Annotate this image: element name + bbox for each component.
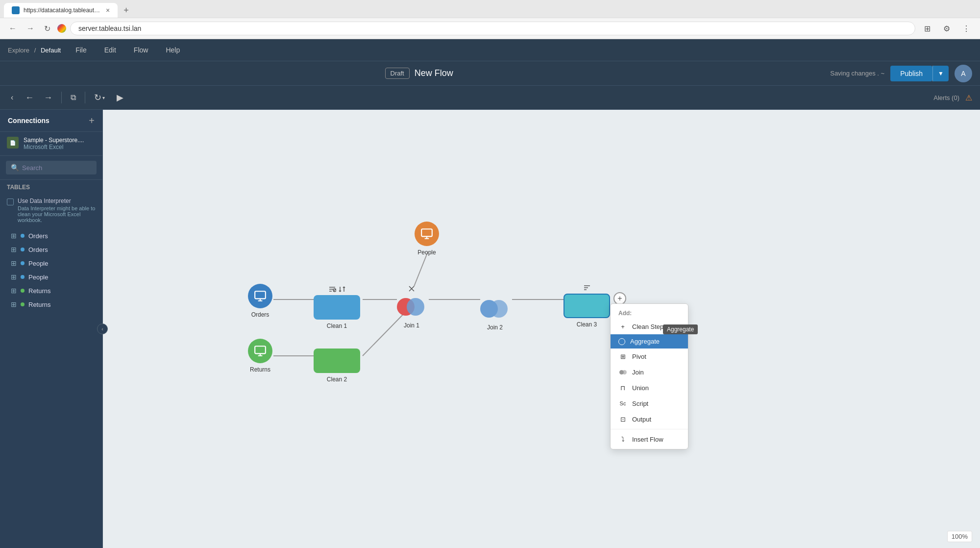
clean3-bar [564,294,610,318]
menu-item-pivot-label: Pivot [632,353,646,360]
data-interpreter: Use Data Interpreter Data Interpreter mi… [7,195,96,226]
menu-item-output[interactable]: ⊡ Output [611,411,688,427]
table-label: People [28,274,48,281]
menu-item-edit[interactable]: Edit [101,44,119,56]
flow-canvas[interactable]: People Orders Returns [103,110,980,548]
alerts-icon: ⚠ [965,93,972,102]
people-node[interactable]: People [415,222,439,256]
search-icon: 🔍 [11,164,19,172]
table-dot [21,234,24,238]
back-button[interactable]: ← [22,91,37,105]
flow-title: New Flow [415,68,453,78]
publish-dropdown-button[interactable]: ▼ [932,66,949,81]
tab-favicon [12,6,20,14]
sidebar-item-people-1[interactable]: ⊞ People [7,256,96,270]
context-menu: Add: + Clean Step Aggregate ⊞ Pivot [610,303,688,449]
connection-item[interactable]: 📄 Sample - Superstore.... Microsoft Exce… [0,132,102,156]
grid-icon: ⊞ [11,287,17,295]
browser-chrome: https://datacatalog.tableautes... × + ← … [0,0,980,39]
orders-node[interactable]: Orders [248,284,272,318]
refresh-button[interactable]: ↻ ▾ [91,90,108,105]
data-interpreter-checkbox[interactable] [7,199,14,205]
draft-badge: Draft [385,68,410,79]
copy-button[interactable]: ⧉ [68,91,79,104]
sidebar-item-people-2[interactable]: ⊞ People [7,270,96,284]
grid-icon: ⊞ [11,259,17,267]
tables-section: Tables Use Data Interpreter Data Interpr… [0,180,102,313]
menu-item-pivot[interactable]: ⊞ Pivot [611,349,688,364]
join1-icon [408,285,416,293]
connections-title: Connections [8,117,49,125]
sidebar-item-orders-1[interactable]: ⊞ Orders [7,229,96,243]
table-label: Returns [28,301,51,308]
user-avatar[interactable]: A [955,65,972,82]
script-icon: Sc [618,399,627,408]
join1-node[interactable]: Join 1 [397,285,426,329]
menu-item-join[interactable]: Join [611,364,688,380]
pivot-icon: ⊞ [618,352,627,361]
alerts-button[interactable]: Alerts (0) [933,94,959,101]
menu-item-join-label: Join [632,369,644,376]
menu-item-file[interactable]: File [73,44,90,56]
people-node-label: People [417,249,436,256]
menu-item-script[interactable]: Sc Script [611,396,688,411]
extensions-button[interactable]: ⊞ [919,21,935,36]
clean2-node[interactable]: Clean 2 [314,339,360,383]
toolbar-right: Saving changes . ~ Publish ▼ A [830,65,972,82]
browser-tab-active[interactable]: https://datacatalog.tableautes... × [4,3,118,18]
publish-button[interactable]: Publish [890,66,932,81]
menu-item-aggregate[interactable]: Aggregate [611,334,688,349]
toolbar-center: Draft New Flow [385,68,453,79]
sidebar-item-returns-2[interactable]: ⊞ Returns [7,298,96,311]
people-node-icon [415,222,439,246]
insert-flow-icon: ⤵ [618,435,627,444]
connection-type: Microsoft Excel [24,144,84,150]
search-input[interactable] [22,164,104,172]
sidebar-collapse-handle[interactable]: ‹ [97,324,108,334]
sidebar-item-returns-1[interactable]: ⊞ Returns [7,284,96,298]
menu-item-help[interactable]: Help [163,44,183,56]
tables-title: Tables [7,184,96,191]
menu-item-flow[interactable]: Flow [131,44,151,56]
forward-button[interactable]: → [41,91,55,105]
nav-forward-button[interactable]: → [24,22,37,35]
google-icon [57,24,66,33]
menu-bar: Explore / Default File Edit Flow Help [0,39,980,61]
clean1-label: Clean 1 [314,323,360,329]
clean1-node[interactable]: Clean 1 [314,285,360,329]
run-button[interactable]: ▶ [114,90,126,105]
returns-node-icon [248,339,272,363]
svg-rect-9 [255,291,266,299]
flow-toolbar: ‹ ← → ⧉ ↻ ▾ ▶ Alerts (0) ⚠ [0,85,980,110]
nav-refresh-button[interactable]: ↻ [41,22,53,35]
search-box: 🔍 [6,161,97,174]
new-tab-button[interactable]: + [120,5,133,16]
settings-button[interactable]: ⚙ [939,21,955,36]
search-area: 🔍 [0,156,102,180]
sidebar-item-orders-2[interactable]: ⊞ Orders [7,243,96,256]
join2-label: Join 2 [480,324,510,331]
more-button[interactable]: ⋮ [958,21,974,36]
table-dot [21,302,24,306]
menu-item-insert-flow[interactable]: ⤵ Insert Flow [611,431,688,447]
sidebar-collapse-button[interactable]: ‹ [8,91,16,104]
add-connection-button[interactable]: + [89,116,95,125]
address-bar[interactable]: server.tableau.tsi.lan [70,22,915,35]
data-interpreter-title: Use Data Interpreter [18,198,96,204]
menu-item-union[interactable]: ⊓ Union [611,380,688,396]
connections-header: Connections + [0,110,102,132]
data-interpreter-desc: Data Interpreter might be able to clean … [18,205,96,223]
menu-item-clean-step[interactable]: + Clean Step [611,319,688,334]
menu-item-clean-step-label: Clean Step [632,323,663,330]
clean3-node[interactable]: Clean 3 [564,284,610,328]
grid-icon: ⊞ [11,273,17,281]
clean1-bar [314,295,360,320]
flow-nav-buttons: ← → [22,91,55,105]
app: Explore / Default File Edit Flow Help Dr… [0,39,980,548]
clean1-icon [328,285,336,293]
tab-close-button[interactable]: × [106,6,110,14]
returns-node[interactable]: Returns [248,339,272,373]
nav-back-button[interactable]: ← [6,22,20,35]
breadcrumb: Explore / Default [8,47,61,54]
join2-node[interactable]: Join 2 [480,285,510,331]
